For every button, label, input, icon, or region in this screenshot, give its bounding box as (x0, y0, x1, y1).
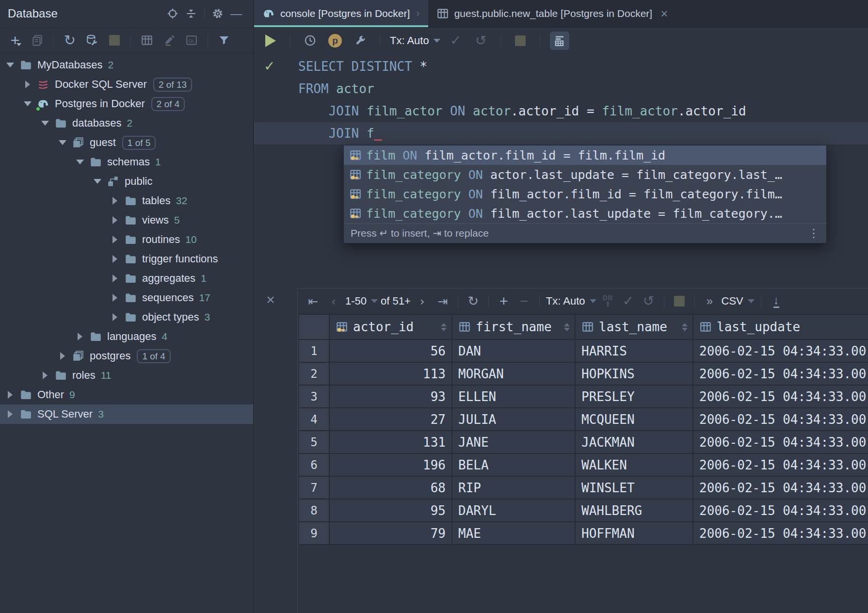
expand-arrow[interactable] (6, 410, 15, 419)
cell[interactable]: 56 (330, 340, 452, 363)
column-header-actor_id[interactable]: actor_id (330, 314, 452, 340)
expand-arrow[interactable] (23, 99, 32, 108)
expand-arrow[interactable] (76, 158, 84, 166)
tab-new-table[interactable]: guest.public.new_table [Postgres in Dock… (428, 0, 676, 27)
kebab-menu-icon[interactable]: ⋮ (808, 226, 820, 240)
cell[interactable]: WALKEN (576, 454, 693, 477)
cell[interactable]: 2006-02-15 04:34:33.00 (693, 454, 868, 477)
row-number[interactable]: 8 (299, 500, 330, 522)
row-number[interactable]: 7 (299, 477, 330, 500)
commit-button[interactable]: ✓ (620, 292, 637, 310)
cell[interactable]: 95 (330, 500, 452, 522)
tree-item-views[interactable]: views5 (0, 210, 253, 230)
expand-arrow[interactable] (41, 371, 49, 380)
query-history-button[interactable] (300, 32, 320, 50)
duplicate-button[interactable] (27, 31, 48, 49)
tree-item-postgres-in-docker[interactable]: Postgres in Docker2 of 4 (0, 94, 253, 113)
expand-arrow[interactable] (6, 390, 15, 399)
expand-arrow[interactable] (111, 293, 119, 302)
row-number[interactable]: 5 (299, 431, 330, 454)
add-row-button[interactable]: + (495, 292, 513, 310)
row-number[interactable]: 1 (299, 340, 330, 363)
expand-arrow[interactable] (76, 332, 84, 341)
cell[interactable]: MCQUEEN (576, 408, 693, 431)
page-size-select[interactable]: 1-50 (345, 295, 378, 307)
add-button[interactable]: + (5, 31, 25, 49)
jump-to-console-button[interactable]: QL (181, 31, 202, 49)
stop-button[interactable] (511, 32, 530, 50)
collapse-all-button[interactable] (182, 4, 200, 23)
next-page-button[interactable]: › (414, 292, 431, 310)
expand-arrow[interactable] (111, 216, 119, 225)
cell[interactable]: WINSLET (576, 477, 693, 500)
cell[interactable]: 2006-02-15 04:34:33.00 (693, 500, 868, 522)
edit-data-button[interactable] (159, 31, 179, 49)
tree-item-sql-server[interactable]: SQL Server3 (0, 404, 253, 424)
tree-item-postgres[interactable]: postgres1 of 4 (0, 346, 253, 366)
expand-arrow[interactable] (111, 274, 119, 283)
sort-toggle[interactable] (564, 323, 570, 331)
tree-item-databases[interactable]: databases2 (0, 113, 253, 133)
previous-page-button[interactable]: ‹ (325, 292, 342, 310)
tree-item-public[interactable]: public (0, 172, 253, 191)
cell[interactable]: 79 (330, 522, 452, 545)
export-format-select[interactable]: CSV (722, 295, 755, 307)
results-tx-mode-select[interactable]: Tx: Auto (546, 295, 596, 307)
commit-button[interactable]: ✓ (446, 32, 466, 50)
completion-item[interactable]: film_category ON film_actor.film_id = fi… (344, 184, 826, 204)
row-number[interactable]: 9 (299, 522, 330, 545)
cell[interactable]: 2006-02-15 04:34:33.00 (693, 340, 868, 363)
expand-arrow[interactable] (58, 138, 67, 147)
column-header-last_update[interactable]: last_update (693, 314, 868, 340)
settings-button[interactable] (209, 4, 227, 23)
row-number[interactable]: 2 (299, 363, 330, 386)
cell[interactable]: WAHLBERG (576, 500, 693, 522)
tab-console[interactable]: console [Postgres in Docker] › (254, 0, 428, 27)
filter-button[interactable] (214, 31, 234, 49)
cell[interactable]: 131 (330, 431, 452, 454)
cell[interactable]: 196 (330, 454, 452, 477)
expand-arrow[interactable] (111, 313, 119, 322)
cell[interactable]: 93 (330, 386, 452, 408)
expand-arrow[interactable] (111, 235, 119, 244)
tree-item-languages[interactable]: languages4 (0, 327, 253, 346)
rollback-button[interactable]: ↺ (471, 32, 491, 50)
cell[interactable]: BELA (452, 454, 576, 477)
tree-item-tables[interactable]: tables32 (0, 191, 253, 210)
tree-item-object-types[interactable]: object types3 (0, 307, 253, 327)
hide-tool-window-button[interactable]: — (227, 4, 245, 23)
cell[interactable]: HOFFMAN (576, 522, 693, 545)
row-number[interactable]: 6 (299, 454, 330, 477)
table-view-button[interactable] (137, 31, 157, 49)
tree-item-roles[interactable]: roles11 (0, 366, 253, 385)
cell[interactable]: 2006-02-15 04:34:33.00 (693, 522, 868, 545)
refresh-button[interactable]: ↻ (60, 31, 80, 49)
rollback-button[interactable]: ↺ (640, 292, 658, 310)
cell[interactable]: 68 (330, 477, 452, 500)
expand-arrow[interactable] (93, 177, 102, 186)
stop-button[interactable] (671, 292, 688, 310)
tree-item-sequences[interactable]: sequences17 (0, 288, 253, 307)
stop-button[interactable] (104, 31, 125, 49)
tree-item-aggregates[interactable]: aggregates1 (0, 269, 253, 288)
run-button[interactable] (261, 32, 280, 50)
submit-to-database-button[interactable]: DB⬆ (599, 292, 617, 310)
in-editor-results-toggle[interactable] (550, 32, 569, 50)
cell[interactable]: 2006-02-15 04:34:33.00 (693, 477, 868, 500)
tx-mode-select[interactable]: Tx: Auto (390, 34, 440, 47)
tree-item-routines[interactable]: routines10 (0, 230, 253, 249)
cell[interactable]: PRESLEY (576, 386, 693, 408)
cell[interactable]: RIP (452, 477, 576, 500)
tree-item-other[interactable]: Other9 (0, 385, 253, 404)
sql-editor[interactable]: ✓ SELECT DISTINCT *FROM actor JOIN film_… (254, 53, 868, 288)
delete-row-button[interactable]: − (515, 292, 533, 310)
expand-arrow[interactable] (41, 119, 49, 128)
cell[interactable]: 2006-02-15 04:34:33.00 (693, 386, 868, 408)
reload-data-button[interactable]: ↻ (465, 292, 482, 310)
locate-object-button[interactable] (163, 4, 182, 23)
export-data-button[interactable]: ↓ (768, 292, 785, 310)
cell[interactable]: JULIA (452, 408, 576, 431)
column-header-last_name[interactable]: last_name (576, 314, 693, 340)
cell[interactable]: 2006-02-15 04:34:33.00 (693, 431, 868, 454)
cell[interactable]: ELLEN (452, 386, 576, 408)
